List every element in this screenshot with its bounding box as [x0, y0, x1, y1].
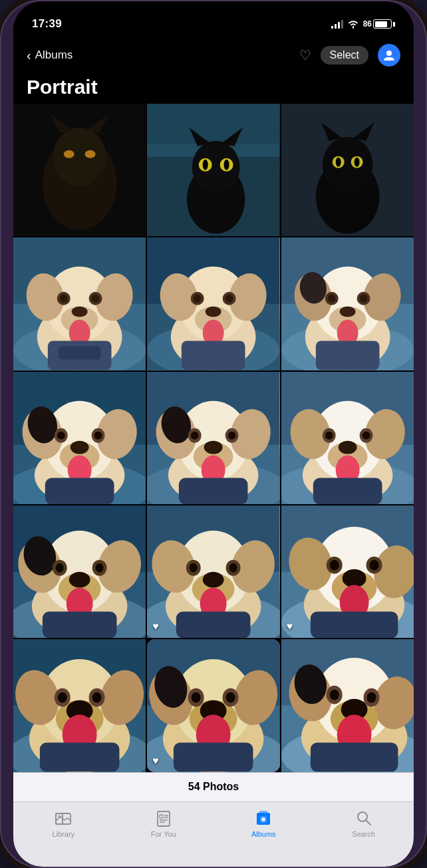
svg-point-161: [342, 569, 366, 588]
dog-portrait-10: [13, 639, 146, 772]
photo-cell[interactable]: [281, 237, 414, 370]
photo-cell[interactable]: [13, 237, 146, 370]
photo-cell-highlighted[interactable]: ♥: [147, 639, 279, 772]
svg-point-0: [386, 51, 392, 56]
mute-switch: [1, 81, 5, 105]
tab-bar: Library For You: [13, 801, 414, 861]
svg-point-12: [192, 141, 240, 194]
photo-count-bar: 54 Photos: [13, 772, 414, 801]
svg-point-72: [327, 295, 335, 303]
battery-icon: 86: [363, 19, 395, 29]
search-icon: [355, 809, 373, 827]
svg-point-73: [359, 295, 367, 303]
dog-portrait-5: [147, 372, 279, 504]
nav-bar: ‹ Albums ♡ Select: [13, 37, 414, 73]
favorite-icon[interactable]: ♡: [299, 47, 311, 63]
svg-point-56: [194, 295, 202, 303]
photo-cell[interactable]: ♥: [281, 506, 414, 638]
svg-line-229: [366, 820, 370, 825]
tab-search[interactable]: Search: [314, 809, 414, 838]
dog-portrait-9: [281, 506, 414, 638]
svg-rect-219: [160, 815, 163, 818]
svg-point-150: [190, 563, 198, 573]
svg-point-104: [191, 431, 199, 439]
back-button[interactable]: ‹ Albums: [27, 48, 72, 63]
person-icon: [382, 49, 396, 62]
svg-rect-198: [174, 743, 253, 772]
volume-down-button: [1, 174, 5, 214]
svg-point-7: [85, 150, 96, 158]
svg-point-18: [224, 160, 229, 170]
photo-count: 54 Photos: [188, 781, 239, 793]
svg-point-6: [64, 150, 74, 158]
photo-cell[interactable]: [13, 104, 146, 236]
tab-library-label: Library: [52, 830, 74, 838]
svg-rect-58: [182, 341, 245, 370]
dog-portrait-2: [147, 237, 279, 370]
tab-search-label: Search: [352, 830, 375, 838]
svg-point-26: [335, 158, 341, 167]
dog-portrait-8: [147, 506, 279, 638]
photo-cell[interactable]: [147, 372, 279, 504]
wifi-icon: [347, 19, 359, 29]
dog-portrait-1: [13, 237, 146, 370]
photo-cell[interactable]: [13, 506, 146, 638]
select-button[interactable]: Select: [321, 46, 368, 65]
power-button: [422, 134, 426, 194]
photo-cell[interactable]: [281, 372, 414, 504]
library-icon: [54, 809, 72, 827]
svg-point-136: [96, 563, 104, 573]
dog-portrait-6: [281, 372, 414, 504]
svg-point-57: [225, 295, 233, 303]
back-chevron-icon: ‹: [27, 48, 31, 63]
tab-for-you[interactable]: For You: [114, 809, 214, 838]
svg-point-119: [325, 431, 333, 439]
photo-cell[interactable]: [147, 104, 279, 236]
photo-cell[interactable]: [281, 104, 414, 236]
svg-rect-90: [45, 478, 114, 504]
svg-rect-182: [40, 743, 120, 772]
svg-rect-214: [311, 743, 398, 772]
photo-cell[interactable]: [281, 639, 414, 772]
favorite-heart-9: ♥: [287, 621, 293, 633]
nav-actions: ♡ Select: [299, 44, 400, 67]
tab-albums-label: Albums: [251, 830, 276, 838]
svg-point-100: [204, 440, 223, 454]
svg-point-166: [369, 560, 378, 571]
svg-rect-74: [315, 341, 379, 370]
tab-albums[interactable]: Albums: [214, 809, 314, 838]
svg-rect-225: [259, 811, 267, 814]
photo-grid: ♥: [13, 104, 414, 772]
back-label: Albums: [35, 49, 73, 62]
svg-point-27: [354, 158, 359, 167]
status-time: 17:39: [32, 17, 62, 31]
svg-point-89: [94, 431, 102, 439]
photo-cell[interactable]: [147, 237, 279, 370]
signal-icon: [331, 19, 343, 29]
dog-portrait-7: [13, 506, 146, 638]
svg-point-115: [338, 440, 356, 454]
svg-point-120: [362, 431, 370, 439]
svg-rect-152: [176, 611, 251, 638]
svg-rect-106: [179, 478, 248, 504]
photo-cell[interactable]: [13, 639, 146, 772]
cat-sitting-image: [147, 104, 279, 236]
svg-point-197: [226, 692, 235, 703]
svg-rect-218: [158, 811, 170, 826]
svg-point-213: [366, 692, 376, 703]
dog-portrait-4: [13, 372, 146, 504]
tab-library[interactable]: Library: [13, 809, 114, 838]
svg-point-212: [329, 690, 339, 700]
svg-point-21: [322, 137, 372, 193]
svg-point-52: [206, 307, 221, 317]
svg-point-41: [92, 295, 100, 303]
svg-point-68: [339, 307, 355, 317]
profile-button[interactable]: [378, 44, 400, 67]
photo-cell[interactable]: [13, 372, 146, 504]
svg-point-165: [329, 560, 339, 571]
svg-point-131: [69, 572, 90, 588]
svg-rect-137: [43, 611, 117, 638]
photo-cell[interactable]: ♥: [147, 506, 279, 638]
svg-point-146: [203, 572, 224, 588]
svg-point-181: [92, 692, 102, 703]
